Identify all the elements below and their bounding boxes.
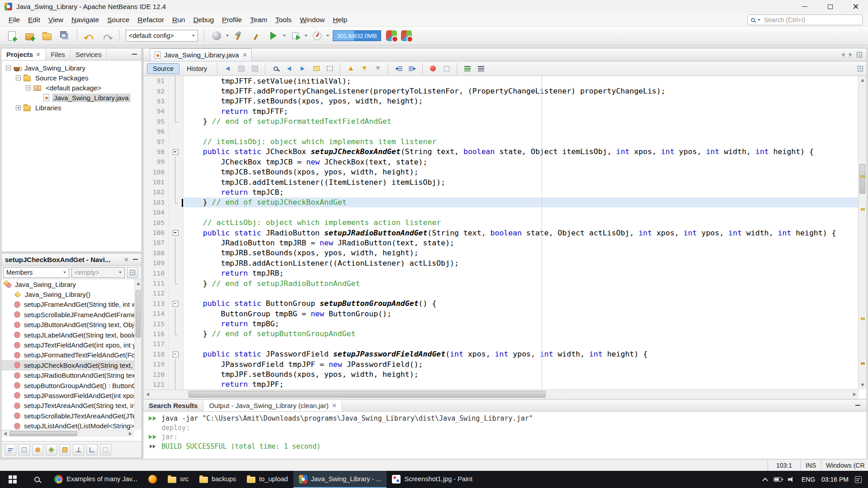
web-button[interactable] [208, 28, 225, 43]
tree-item[interactable]: Java_Swing_Library.java [1, 93, 142, 103]
comment-icon[interactable] [461, 63, 473, 75]
taskbar-search-button[interactable] [25, 471, 49, 488]
members-vertical-scrollbar[interactable] [134, 279, 142, 430]
menu-view[interactable]: View [44, 14, 67, 26]
notification-center-icon[interactable] [855, 476, 862, 483]
warning-mark-icon[interactable] [861, 318, 865, 320]
member-item[interactable]: setupScrollableJTextAreaAndGet(JTex [1, 411, 134, 421]
forward-icon[interactable] [249, 63, 261, 75]
profiling-point-2-icon[interactable] [401, 30, 412, 41]
fold-marker[interactable] [169, 147, 184, 157]
fold-marker[interactable] [169, 349, 184, 359]
scroll-tabs-left-icon[interactable] [841, 52, 844, 57]
menu-help[interactable]: Help [329, 14, 351, 26]
stop-macro-recording-icon[interactable] [440, 63, 453, 75]
tree-item[interactable]: Java_Swing_Library [1, 63, 142, 73]
shift-right-icon[interactable] [406, 63, 418, 75]
taskbar-item-src[interactable]: src [162, 471, 194, 488]
tree-item[interactable]: Libraries [1, 103, 142, 113]
tab-search-results[interactable]: Search Results [143, 399, 203, 411]
tab-files[interactable]: Files [46, 48, 71, 60]
maximize-button[interactable] [817, 0, 843, 13]
back-icon[interactable] [235, 63, 247, 75]
members-horizontal-scrollbar[interactable] [1, 430, 134, 437]
taskbar-item-to-upload[interactable]: to_upload [241, 471, 293, 488]
fold-marker[interactable] [169, 299, 184, 309]
filter-show-fields-icon[interactable] [19, 444, 30, 455]
split-window-icon[interactable] [857, 52, 862, 57]
minimize-button[interactable] [792, 0, 817, 13]
close-icon[interactable] [36, 52, 40, 56]
menu-refactor[interactable]: Refactor [133, 14, 168, 26]
editor-vertical-scrollbar[interactable] [858, 76, 867, 389]
save-all-button[interactable] [57, 28, 73, 43]
all-occurrences-icon[interactable] [372, 63, 384, 75]
hidden-icons-chevron-icon[interactable] [762, 478, 768, 483]
redo-button[interactable] [99, 28, 115, 43]
editor-tab-java-swing-library[interactable]: Java_Swing_Library.java [150, 48, 252, 61]
open-project-button[interactable] [39, 28, 55, 43]
tab-services[interactable]: Services [71, 48, 107, 60]
fold-marker[interactable] [169, 228, 184, 238]
expander-icon[interactable] [26, 85, 31, 90]
minimize-output-button[interactable] [849, 399, 867, 411]
last-edit-position-icon[interactable] [222, 63, 234, 75]
menu-profile[interactable]: Profile [218, 14, 246, 26]
member-item[interactable]: setupScrollableJFrameAndGetFrameA [1, 310, 134, 319]
new-project-button[interactable] [21, 28, 38, 43]
undo-button[interactable] [81, 28, 98, 43]
filter-select[interactable]: <empty> [71, 267, 125, 278]
member-item[interactable]: setupButtonGroupAndGet() : ButtonG [1, 380, 134, 390]
member-item[interactable]: setupJTextFieldAndGet(int xpos, int y [1, 340, 134, 350]
build-project-button[interactable] [230, 28, 246, 43]
tree-item[interactable]: <default package> [1, 83, 142, 93]
chevrons-icon[interactable] [143, 445, 161, 448]
profiling-point-1-icon[interactable] [386, 30, 397, 41]
member-item[interactable]: setupJPasswordFieldAndGet(int xpos, [1, 390, 134, 400]
search-input[interactable] [763, 16, 859, 24]
web-chevron-icon[interactable] [226, 35, 229, 37]
debug-chevron-icon[interactable] [305, 35, 307, 37]
quick-search[interactable] [747, 14, 863, 25]
filter-sort-source-icon[interactable] [86, 444, 98, 455]
rectangular-selection-icon[interactable] [324, 63, 336, 75]
profile-chevron-icon[interactable] [326, 35, 329, 37]
member-item[interactable]: setupJFormattedTextFieldAndGet(For [1, 350, 134, 360]
menu-debug[interactable]: Debug [189, 14, 218, 26]
language-indicator[interactable]: ENG [802, 476, 815, 483]
editor-maximize-icon[interactable] [858, 66, 863, 71]
member-item[interactable]: setupJRadioButtonAndGet(String text [1, 371, 134, 380]
menu-source[interactable]: Source [103, 14, 133, 26]
insert-mode[interactable]: INS [800, 460, 821, 471]
close-icon[interactable] [243, 53, 247, 57]
minimize-icon[interactable] [133, 259, 138, 260]
volume-icon[interactable] [788, 477, 795, 482]
menu-run[interactable]: Run [168, 14, 189, 26]
memory-indicator[interactable]: 301.6/832.0MB [333, 30, 381, 41]
expander-icon[interactable] [6, 66, 11, 70]
taskbar-item-java-swing-library-[interactable]: Java_Swing_Library - ... [293, 471, 387, 488]
shift-left-icon[interactable] [392, 63, 405, 75]
warning-mark-icon[interactable] [861, 362, 865, 365]
member-item[interactable]: setupJTextAreaAndGet(String text, in [1, 401, 134, 411]
filter-show-static-icon[interactable] [32, 444, 43, 455]
menu-edit[interactable]: Edit [24, 14, 44, 26]
search-scope-chevron-icon[interactable] [758, 19, 760, 21]
toggle-highlight-icon[interactable] [310, 63, 322, 75]
close-icon[interactable] [124, 258, 128, 262]
member-item[interactable]: setupJCheckBoxAndGet(String text, b [1, 360, 134, 370]
start-macro-recording-icon[interactable] [427, 63, 439, 75]
clean-build-button[interactable] [248, 28, 264, 43]
output-console[interactable]: java -jar "C:\Users\Amit\Downloads\progr… [143, 412, 867, 459]
menu-navigate[interactable]: Navigate [67, 14, 103, 26]
code-editor[interactable]: 91 tmpJFTF.setValue(initialVal);92 tmpJF… [143, 76, 859, 389]
warning-mark-icon[interactable] [861, 208, 865, 211]
member-item[interactable]: setupJButtonAndGet(String text, Obje [1, 320, 134, 330]
menu-team[interactable]: Team [246, 14, 271, 26]
tree-view-button[interactable] [127, 267, 138, 278]
filter-show-non-public-icon[interactable] [46, 444, 57, 455]
close-icon[interactable] [332, 404, 336, 408]
tab-projects[interactable]: Projects [1, 48, 46, 60]
taskbar-item-screenshot1-jpg-paint[interactable]: Screenshot1.jpg - Paint [387, 471, 478, 488]
tab-output[interactable]: Output - Java_Swing_Library (clean,jar) [203, 399, 342, 411]
